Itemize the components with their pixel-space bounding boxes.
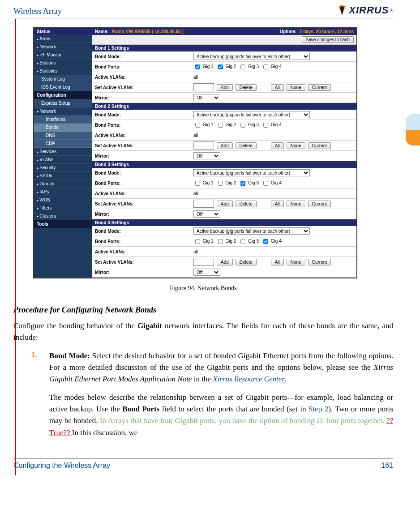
row-label-setvlans: Set Active VLANs:	[95, 143, 193, 148]
current-button[interactable]: Current	[308, 84, 331, 91]
sidebar-item-filters[interactable]: Filters	[34, 204, 92, 212]
gig-checkbox[interactable]	[263, 123, 268, 128]
gig-checkbox[interactable]	[240, 239, 245, 244]
gig-checkbox[interactable]	[218, 64, 223, 69]
delete-button[interactable]: Delete	[236, 201, 257, 207]
delete-button[interactable]: Delete	[236, 142, 257, 149]
sidebar-item-network-config[interactable]: Network	[34, 107, 92, 115]
sidebar-item-dns[interactable]: DNS	[34, 132, 92, 140]
gig-port-option[interactable]: Gig 1	[193, 180, 214, 187]
bond-mode-select[interactable]: Active backup (gig ports fail over to ea…	[193, 169, 310, 176]
gig-port-option[interactable]: Gig 2	[216, 121, 236, 129]
none-button[interactable]: None	[287, 84, 305, 91]
sidebar-item-network-status[interactable]: Network	[34, 43, 92, 51]
list-item-1: 1. Bond Mode: Select the desired behavio…	[31, 350, 393, 445]
none-button[interactable]: None	[287, 201, 305, 207]
gig-checkbox[interactable]	[195, 64, 200, 69]
all-button[interactable]: All	[271, 259, 284, 265]
gig-port-option[interactable]: Gig 4	[261, 238, 282, 245]
sidebar-item-rf-monitor[interactable]: RF Monitor	[34, 51, 92, 59]
row-label-mirror: Mirror:	[95, 270, 193, 275]
gig-checkbox[interactable]	[240, 64, 245, 69]
add-button[interactable]: Add	[217, 259, 233, 265]
gig-checkbox[interactable]	[218, 181, 223, 186]
text-bold: Bond Ports	[122, 405, 159, 413]
gig-port-option[interactable]: Gig 3	[239, 238, 259, 245]
gig-port-option[interactable]: Gig 1	[193, 63, 214, 71]
current-button[interactable]: Current	[308, 259, 331, 265]
vlan-input[interactable]	[193, 258, 214, 266]
gig-port-option[interactable]: Gig 3	[239, 180, 259, 187]
sidebar-item-ids-log[interactable]: IDS Event Log	[34, 83, 92, 91]
gig-checkbox[interactable]	[195, 181, 200, 186]
gig-port-option[interactable]: Gig 4	[261, 63, 282, 71]
bond-mode-select[interactable]: Active backup (gig ports fail over to ea…	[193, 53, 310, 60]
delete-button[interactable]: Delete	[236, 84, 257, 91]
vlan-input[interactable]	[193, 83, 214, 91]
sidebar-item-interfaces[interactable]: Interfaces	[34, 115, 92, 124]
gig-checkbox[interactable]	[263, 64, 268, 69]
mirror-select[interactable]: Off	[193, 210, 220, 218]
mirror-select[interactable]: Off	[193, 94, 220, 101]
gig-checkbox[interactable]	[195, 123, 200, 128]
add-button[interactable]: Add	[217, 201, 233, 207]
gig-port-option[interactable]: Gig 4	[261, 180, 282, 187]
save-changes-button[interactable]: Save changes to flash	[302, 36, 354, 43]
sidebar-item-clusters[interactable]: Clusters	[34, 212, 92, 220]
vlan-input[interactable]	[193, 200, 214, 208]
gig-port-option[interactable]: Gig 2	[216, 180, 236, 187]
gig-port-option[interactable]: Gig 1	[193, 121, 214, 129]
gig-checkbox[interactable]	[263, 181, 268, 186]
sidebar-item-wds[interactable]: WDS	[34, 196, 92, 204]
sidebar-item-bonds[interactable]: Bonds	[34, 124, 92, 132]
sidebar-item-services[interactable]: Services	[34, 148, 92, 156]
sidebar-item-stations[interactable]: Stations	[34, 59, 92, 67]
sidebar-item-statistics[interactable]: Statistics	[34, 67, 92, 75]
gig-checkbox[interactable]	[218, 239, 223, 244]
mirror-select[interactable]: Off	[193, 269, 220, 276]
add-button[interactable]: Add	[217, 142, 233, 149]
row-label-mode: Bond Mode:	[95, 171, 193, 175]
none-button[interactable]: None	[287, 259, 305, 265]
gig-port-option[interactable]: Gig 4	[261, 121, 282, 129]
current-button[interactable]: Current	[308, 142, 331, 149]
none-button[interactable]: None	[287, 142, 305, 149]
sidebar-item-array[interactable]: Array	[34, 35, 92, 43]
sidebar-item-security[interactable]: Security	[34, 164, 92, 172]
gig-checkbox[interactable]	[240, 181, 245, 186]
text-bold: Gigabit	[137, 321, 162, 330]
all-button[interactable]: All	[271, 201, 284, 207]
current-button[interactable]: Current	[308, 201, 331, 207]
link-resource-center[interactable]: Xirrus Resource Center	[213, 375, 285, 383]
bond-mode-select[interactable]: Active backup (gig ports fail over to ea…	[193, 111, 310, 118]
vlan-input[interactable]	[193, 141, 214, 150]
gig-port-option[interactable]: Gig 3	[239, 63, 259, 71]
link-step2[interactable]: Step 2	[309, 405, 328, 413]
sidebar-item-groups[interactable]: Groups	[34, 180, 92, 188]
row-label-vlans: Active VLANs:	[95, 191, 193, 196]
gig-checkbox[interactable]	[218, 123, 223, 128]
gig-port-option[interactable]: Gig 2	[216, 63, 236, 71]
row-label-mirror: Mirror:	[95, 212, 193, 217]
mirror-select[interactable]: Off	[193, 152, 220, 159]
sidebar-item-iaps[interactable]: IAPs	[34, 188, 92, 196]
sidebar-item-cdp[interactable]: CDP	[34, 140, 92, 148]
sidebar-item-system-log[interactable]: System Log	[34, 75, 92, 83]
add-button[interactable]: Add	[217, 84, 233, 91]
bond-mode-select[interactable]: Active backup (gig ports fail over to ea…	[193, 227, 310, 235]
row-label-mirror: Mirror:	[95, 154, 193, 158]
figure-screenshot: Status Name: Robin-VW-XR6830 ( 10.100.48…	[33, 27, 357, 278]
gig-checkbox[interactable]	[263, 239, 268, 244]
gig-checkbox[interactable]	[240, 123, 245, 128]
delete-button[interactable]: Delete	[236, 259, 257, 265]
all-button[interactable]: All	[271, 84, 284, 91]
sidebar-item-vlans[interactable]: VLANs	[34, 156, 92, 164]
gig-checkbox[interactable]	[195, 239, 200, 244]
gig-port-option[interactable]: Gig 1	[193, 238, 214, 245]
row-label-ports: Bond Ports:	[95, 181, 193, 186]
gig-port-option[interactable]: Gig 2	[216, 238, 236, 245]
all-button[interactable]: All	[271, 142, 284, 149]
gig-port-option[interactable]: Gig 3	[239, 121, 259, 129]
sidebar-item-ssids[interactable]: SSIDs	[34, 172, 92, 180]
sidebar-item-express-setup[interactable]: Express Setup	[34, 99, 92, 107]
